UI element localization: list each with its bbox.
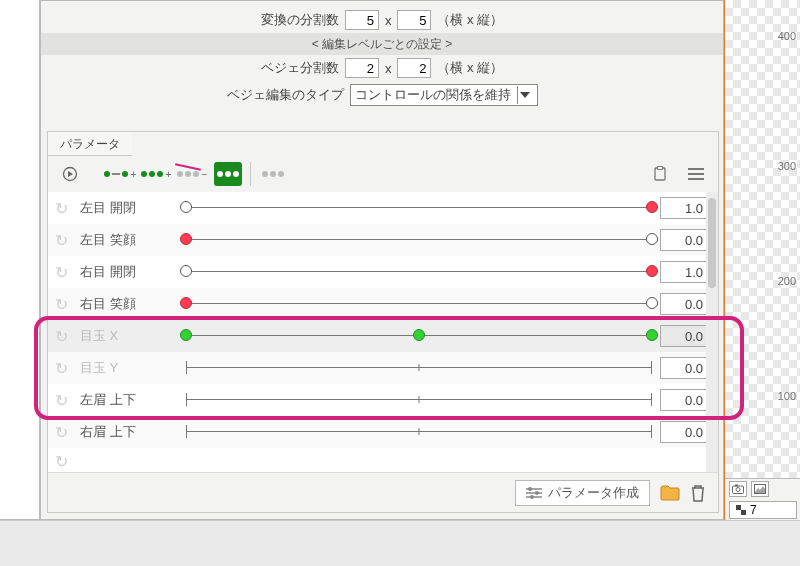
ruler-mark: 100 [778, 390, 796, 402]
parameter-value-input[interactable] [660, 197, 710, 219]
transform-divisions-h[interactable] [397, 10, 431, 30]
parameter-slider[interactable] [186, 388, 652, 412]
bezier-edit-type-dropdown[interactable]: コントロールの関係を維持 [350, 84, 538, 106]
loop-icon[interactable]: ↻ [52, 199, 70, 217]
bezier-suffix: （横 x 縦） [437, 59, 503, 77]
zoom-field[interactable]: 7 [729, 501, 797, 519]
slider-knob[interactable] [180, 233, 192, 245]
ruler-mark: 200 [778, 275, 796, 287]
parameter-label: 左目 笑顔 [70, 231, 178, 249]
parameter-slider[interactable] [186, 356, 652, 380]
slider-knob[interactable] [646, 233, 658, 245]
left-outline-panel [0, 0, 40, 520]
parameter-label: 左目 開閉 [70, 199, 178, 217]
parameter-row[interactable]: ↻左眉 上下 [48, 384, 718, 416]
parameter-tab[interactable]: パラメータ [48, 132, 132, 156]
new-folder-button[interactable] [660, 485, 680, 501]
blend-settings-button[interactable] [259, 162, 287, 186]
svg-rect-2 [658, 167, 663, 170]
add-2-keys-button[interactable]: + [106, 162, 134, 186]
chevron-down-icon [517, 86, 533, 104]
loop-icon[interactable]: ↻ [52, 231, 70, 249]
key-settings-button[interactable] [214, 162, 242, 186]
parameter-row[interactable]: ↻左目 開閉 [48, 192, 718, 224]
transform-divisions-w[interactable] [345, 10, 379, 30]
parameter-label: 目玉 X [70, 327, 178, 345]
slider-knob[interactable] [180, 297, 192, 309]
parameter-panel: パラメータ + + − [47, 131, 719, 513]
bezier-divisions-label: ベジェ分割数 [261, 59, 339, 77]
parameter-slider[interactable] [186, 420, 652, 444]
loop-icon[interactable]: ↻ [52, 391, 70, 409]
slider-knob[interactable] [180, 329, 192, 341]
canvas-area[interactable] [725, 0, 800, 478]
parameter-value-input[interactable] [660, 421, 710, 443]
sliders-icon [526, 486, 542, 500]
loop-icon[interactable]: ↻ [52, 263, 70, 281]
parameter-label: 右目 笑顔 [70, 295, 178, 313]
expand-toggle-button[interactable] [56, 162, 84, 186]
slider-knob[interactable] [646, 201, 658, 213]
create-parameter-button[interactable]: パラメータ作成 [515, 480, 650, 506]
parameter-value-input[interactable] [660, 325, 710, 347]
parameter-value-input[interactable] [660, 389, 710, 411]
parameter-value-input[interactable] [660, 261, 710, 283]
parameter-label: 右眉 上下 [70, 423, 178, 441]
loop-icon[interactable]: ↻ [52, 452, 70, 470]
parameter-row[interactable]: ↻目玉 Y [48, 352, 718, 384]
parameter-slider[interactable] [186, 228, 652, 252]
bezier-divisions-h[interactable] [397, 58, 431, 78]
hamburger-menu-button[interactable] [682, 162, 710, 186]
parameter-value-input[interactable] [660, 293, 710, 315]
clipboard-button[interactable] [646, 162, 674, 186]
parameter-value-input[interactable] [660, 229, 710, 251]
slider-knob[interactable] [180, 201, 192, 213]
ruler-mark: 300 [778, 160, 796, 172]
slider-knob[interactable] [413, 329, 425, 341]
slider-knob[interactable] [646, 265, 658, 277]
photo-icon[interactable] [751, 481, 769, 497]
svg-point-5 [530, 495, 534, 499]
ruler-mark: 400 [778, 30, 796, 42]
svg-point-7 [736, 488, 740, 492]
remove-keys-button[interactable]: − [178, 162, 206, 186]
parameter-row[interactable]: ↻右目 笑顔 [48, 288, 718, 320]
svg-rect-12 [741, 510, 746, 515]
slider-knob[interactable] [180, 265, 192, 277]
edit-level-settings-header: < 編集レベルごとの設定 > [41, 33, 723, 55]
bezier-divisions-w[interactable] [345, 58, 379, 78]
loop-icon[interactable]: ↻ [52, 423, 70, 441]
slider-knob[interactable] [646, 297, 658, 309]
parameter-label: 左眉 上下 [70, 391, 178, 409]
parameter-row[interactable]: ↻ [48, 448, 718, 474]
slider-knob[interactable] [646, 329, 658, 341]
parameter-label: 右目 開閉 [70, 263, 178, 281]
parameter-slider[interactable] [186, 196, 652, 220]
main-settings-pane: 変換の分割数 x （横 x 縦） < 編集レベルごとの設定 > ベジェ分割数 x… [40, 0, 724, 520]
status-bar [0, 520, 800, 566]
parameter-slider[interactable] [186, 292, 652, 316]
delete-button[interactable] [690, 484, 706, 502]
add-3-keys-button[interactable]: + [142, 162, 170, 186]
canvas-ruler-area: 400 300 200 100 7 [724, 0, 800, 520]
parameter-slider[interactable] [186, 324, 652, 348]
parameter-label: 目玉 Y [70, 359, 178, 377]
svg-rect-8 [735, 485, 738, 487]
divisions-suffix: （横 x 縦） [437, 11, 503, 29]
parameter-value-input[interactable] [660, 357, 710, 379]
loop-icon[interactable]: ↻ [52, 295, 70, 313]
camera-icon[interactable] [729, 481, 747, 497]
loop-icon[interactable]: ↻ [52, 327, 70, 345]
transform-divisions-label: 変換の分割数 [261, 11, 339, 29]
parameter-row[interactable]: ↻目玉 X [48, 320, 718, 352]
bezier-edit-type-label: ベジェ編集のタイプ [227, 86, 344, 104]
parameter-slider[interactable] [186, 260, 652, 284]
parameter-row[interactable]: ↻左目 笑顔 [48, 224, 718, 256]
svg-rect-11 [736, 505, 741, 510]
parameter-list: ↻左目 開閉↻左目 笑顔↻右目 開閉↻右目 笑顔↻目玉 X↻目玉 Y↻左眉 上下… [48, 192, 718, 474]
loop-icon[interactable]: ↻ [52, 359, 70, 377]
svg-point-4 [535, 491, 539, 495]
parameter-row[interactable]: ↻右目 開閉 [48, 256, 718, 288]
parameter-scrollbar[interactable] [706, 192, 718, 474]
parameter-row[interactable]: ↻右眉 上下 [48, 416, 718, 448]
